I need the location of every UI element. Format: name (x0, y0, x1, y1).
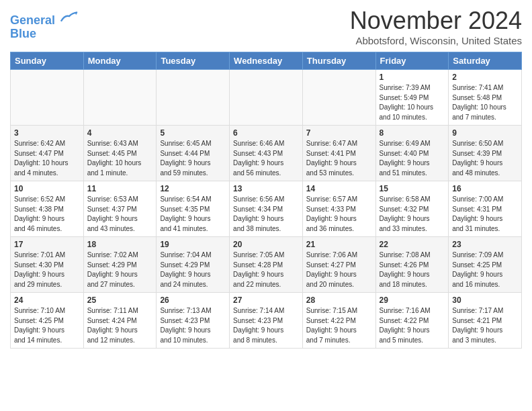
day-number: 28 (306, 295, 372, 305)
day-number: 23 (452, 240, 518, 249)
day-info: Sunrise: 6:58 AMSunset: 4:32 PMDaylight:… (380, 195, 445, 234)
month-title: November 2024 (350, 7, 522, 35)
calendar-cell: 29Sunrise: 7:16 AMSunset: 4:22 PMDayligh… (375, 293, 449, 349)
day-info: Sunrise: 7:08 AMSunset: 4:26 PMDaylight:… (380, 250, 445, 289)
calendar-cell: 1Sunrise: 7:39 AMSunset: 5:49 PMDaylight… (375, 70, 449, 126)
calendar-cell: 25Sunrise: 7:11 AMSunset: 4:24 PMDayligh… (83, 293, 157, 349)
day-info: Sunrise: 7:41 AMSunset: 5:48 PMDaylight:… (452, 83, 518, 122)
day-number: 8 (380, 128, 445, 138)
calendar-week-row: 3Sunrise: 6:42 AMSunset: 4:47 PMDaylight… (11, 126, 522, 181)
calendar-cell: 10Sunrise: 6:52 AMSunset: 4:38 PMDayligh… (11, 181, 84, 237)
day-info: Sunrise: 7:04 AMSunset: 4:29 PMDaylight:… (160, 250, 226, 289)
day-number: 4 (87, 128, 153, 138)
calendar-cell: 2Sunrise: 7:41 AMSunset: 5:48 PMDaylight… (449, 70, 522, 126)
calendar-cell: 20Sunrise: 7:05 AMSunset: 4:28 PMDayligh… (230, 237, 303, 293)
weekday-header-friday: Friday (375, 52, 449, 70)
day-number: 7 (306, 128, 372, 138)
calendar-cell: 28Sunrise: 7:15 AMSunset: 4:22 PMDayligh… (302, 293, 375, 349)
day-info: Sunrise: 7:14 AMSunset: 4:23 PMDaylight:… (233, 306, 299, 345)
day-number: 20 (233, 240, 299, 249)
calendar-week-row: 1Sunrise: 7:39 AMSunset: 5:49 PMDaylight… (11, 70, 522, 126)
day-number: 6 (233, 128, 299, 138)
day-number: 18 (87, 240, 153, 249)
logo-text: General Blue (10, 9, 79, 41)
day-number: 25 (87, 295, 153, 305)
weekday-header-thursday: Thursday (302, 52, 375, 70)
weekday-header-tuesday: Tuesday (157, 52, 230, 70)
day-info: Sunrise: 6:57 AMSunset: 4:33 PMDaylight:… (306, 195, 372, 234)
calendar-week-row: 24Sunrise: 7:10 AMSunset: 4:25 PMDayligh… (11, 293, 522, 349)
logo: General Blue (10, 9, 79, 41)
day-number: 24 (14, 295, 80, 305)
day-number: 14 (306, 184, 372, 193)
calendar-cell: 8Sunrise: 6:49 AMSunset: 4:40 PMDaylight… (375, 126, 449, 181)
calendar-cell: 26Sunrise: 7:13 AMSunset: 4:23 PMDayligh… (157, 293, 230, 349)
day-info: Sunrise: 6:49 AMSunset: 4:40 PMDaylight:… (380, 139, 445, 178)
day-number: 16 (452, 184, 518, 193)
day-info: Sunrise: 6:53 AMSunset: 4:37 PMDaylight:… (87, 195, 153, 234)
calendar-cell: 7Sunrise: 6:47 AMSunset: 4:41 PMDaylight… (302, 126, 375, 181)
calendar-week-row: 10Sunrise: 6:52 AMSunset: 4:38 PMDayligh… (11, 181, 522, 237)
location-subtitle: Abbotsford, Wisconsin, United States (350, 35, 522, 46)
day-info: Sunrise: 6:42 AMSunset: 4:47 PMDaylight:… (14, 139, 80, 178)
day-number: 2 (452, 73, 518, 82)
day-info: Sunrise: 7:06 AMSunset: 4:27 PMDaylight:… (306, 250, 372, 289)
calendar-cell: 22Sunrise: 7:08 AMSunset: 4:26 PMDayligh… (375, 237, 449, 293)
day-info: Sunrise: 7:17 AMSunset: 4:21 PMDaylight:… (452, 306, 518, 345)
calendar-cell: 4Sunrise: 6:43 AMSunset: 4:45 PMDaylight… (83, 126, 157, 181)
calendar-table: SundayMondayTuesdayWednesdayThursdayFrid… (10, 52, 522, 349)
day-info: Sunrise: 6:45 AMSunset: 4:44 PMDaylight:… (160, 139, 226, 178)
day-info: Sunrise: 7:09 AMSunset: 4:25 PMDaylight:… (452, 250, 518, 289)
day-info: Sunrise: 6:56 AMSunset: 4:34 PMDaylight:… (233, 195, 299, 234)
day-number: 10 (14, 184, 80, 193)
weekday-header-monday: Monday (83, 52, 157, 70)
calendar-cell: 14Sunrise: 6:57 AMSunset: 4:33 PMDayligh… (302, 181, 375, 237)
day-number: 15 (380, 184, 445, 193)
calendar-cell: 13Sunrise: 6:56 AMSunset: 4:34 PMDayligh… (230, 181, 303, 237)
day-number: 30 (452, 295, 518, 305)
day-number: 21 (306, 240, 372, 249)
weekday-header-saturday: Saturday (449, 52, 522, 70)
day-info: Sunrise: 6:52 AMSunset: 4:38 PMDaylight:… (14, 195, 80, 234)
day-number: 29 (380, 295, 445, 305)
day-number: 22 (380, 240, 445, 249)
page-header: General Blue November 2024 Abbotsford, W… (10, 7, 522, 46)
calendar-cell: 9Sunrise: 6:50 AMSunset: 4:39 PMDaylight… (449, 126, 522, 181)
calendar-cell: 11Sunrise: 6:53 AMSunset: 4:37 PMDayligh… (83, 181, 157, 237)
calendar-cell: 24Sunrise: 7:10 AMSunset: 4:25 PMDayligh… (11, 293, 84, 349)
weekday-header-wednesday: Wednesday (230, 52, 303, 70)
day-info: Sunrise: 7:16 AMSunset: 4:22 PMDaylight:… (380, 306, 445, 345)
day-number: 27 (233, 295, 299, 305)
weekday-header-sunday: Sunday (11, 52, 84, 70)
calendar-cell (302, 70, 375, 126)
day-number: 19 (160, 240, 226, 249)
calendar-cell (157, 70, 230, 126)
day-number: 5 (160, 128, 226, 138)
day-info: Sunrise: 6:47 AMSunset: 4:41 PMDaylight:… (306, 139, 372, 178)
calendar-cell: 30Sunrise: 7:17 AMSunset: 4:21 PMDayligh… (449, 293, 522, 349)
calendar-cell: 15Sunrise: 6:58 AMSunset: 4:32 PMDayligh… (375, 181, 449, 237)
day-number: 12 (160, 184, 226, 193)
day-info: Sunrise: 7:39 AMSunset: 5:49 PMDaylight:… (380, 83, 445, 122)
day-info: Sunrise: 7:05 AMSunset: 4:28 PMDaylight:… (233, 250, 299, 289)
calendar-cell: 27Sunrise: 7:14 AMSunset: 4:23 PMDayligh… (230, 293, 303, 349)
calendar-cell: 19Sunrise: 7:04 AMSunset: 4:29 PMDayligh… (157, 237, 230, 293)
day-info: Sunrise: 7:11 AMSunset: 4:24 PMDaylight:… (87, 306, 153, 345)
day-info: Sunrise: 6:54 AMSunset: 4:35 PMDaylight:… (160, 195, 226, 234)
logo-bird-icon (60, 9, 79, 24)
calendar-cell: 6Sunrise: 6:46 AMSunset: 4:43 PMDaylight… (230, 126, 303, 181)
day-info: Sunrise: 7:13 AMSunset: 4:23 PMDaylight:… (160, 306, 226, 345)
day-number: 17 (14, 240, 80, 249)
title-block: November 2024 Abbotsford, Wisconsin, Uni… (350, 7, 522, 46)
calendar-cell: 16Sunrise: 7:00 AMSunset: 4:31 PMDayligh… (449, 181, 522, 237)
calendar-cell: 17Sunrise: 7:01 AMSunset: 4:30 PMDayligh… (11, 237, 84, 293)
calendar-cell: 21Sunrise: 7:06 AMSunset: 4:27 PMDayligh… (302, 237, 375, 293)
day-info: Sunrise: 7:15 AMSunset: 4:22 PMDaylight:… (306, 306, 372, 345)
calendar-week-row: 17Sunrise: 7:01 AMSunset: 4:30 PMDayligh… (11, 237, 522, 293)
logo-line2: Blue (10, 27, 36, 40)
calendar-cell: 12Sunrise: 6:54 AMSunset: 4:35 PMDayligh… (157, 181, 230, 237)
day-number: 3 (14, 128, 80, 138)
logo-line1: General (10, 13, 55, 27)
day-number: 13 (233, 184, 299, 193)
calendar-cell: 23Sunrise: 7:09 AMSunset: 4:25 PMDayligh… (449, 237, 522, 293)
